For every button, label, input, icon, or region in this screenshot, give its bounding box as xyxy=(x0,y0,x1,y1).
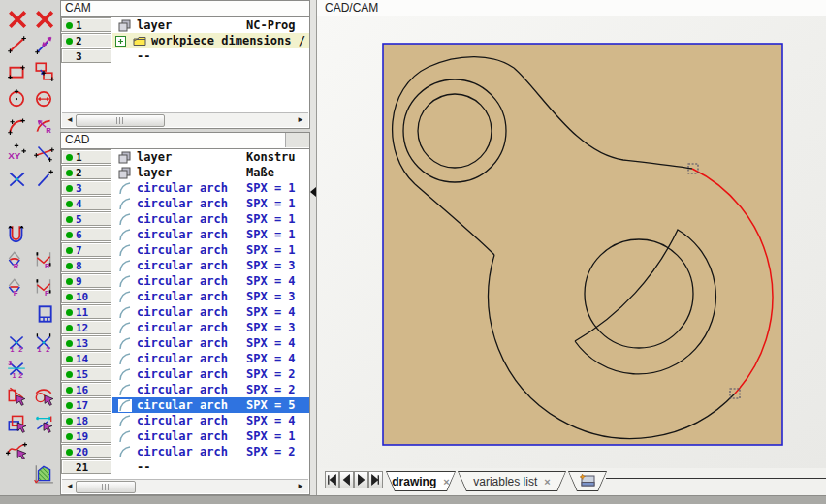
fillet-chamfer-icon[interactable]: F xyxy=(6,276,27,298)
row-content[interactable]: layerMaße xyxy=(112,165,309,180)
table-row[interactable]: 11circular archSPX = 4 xyxy=(61,304,309,320)
tab-nav-next-button[interactable] xyxy=(354,471,368,488)
row-header-cell[interactable]: 20 xyxy=(61,444,111,458)
row-content[interactable]: circular archSPX = 4 xyxy=(112,304,309,320)
row-header-cell[interactable]: 19 xyxy=(61,428,111,443)
row-content[interactable]: circular archSPX = 1 xyxy=(112,180,309,196)
copy-element-icon[interactable] xyxy=(6,412,27,433)
trim-three-icon[interactable]: 312 xyxy=(6,357,27,378)
table-row[interactable]: 20circular archSPX = 2 xyxy=(61,444,309,459)
tangent-line-icon[interactable] xyxy=(33,142,54,163)
table-row[interactable]: 21-- xyxy=(61,459,309,475)
table-row[interactable]: 2layerMaße xyxy=(61,165,309,180)
scroll-right-icon[interactable]: ► xyxy=(295,114,306,126)
row-content[interactable]: workpiece dimensions / xyxy=(112,33,309,48)
circle-icon[interactable] xyxy=(6,87,27,109)
row-content[interactable]: -- xyxy=(112,459,309,475)
select-curve-icon[interactable] xyxy=(6,438,27,459)
row-header-cell[interactable]: 11 xyxy=(61,304,111,319)
fillet-radius-icon[interactable]: R xyxy=(6,249,27,270)
row-content[interactable]: -- xyxy=(112,48,309,64)
trim-extend-icon[interactable]: 12 xyxy=(33,331,54,353)
cam-scroll-thumb[interactable] xyxy=(76,114,165,127)
row-header-cell[interactable]: 2 xyxy=(61,33,111,47)
row-content[interactable]: circular archSPX = 4 xyxy=(112,335,309,351)
table-row[interactable]: 9circular archSPX = 4 xyxy=(61,273,309,289)
line-icon[interactable] xyxy=(6,33,27,54)
point-xy-icon[interactable]: XY xyxy=(6,142,27,163)
table-row[interactable]: 4circular archSPX = 1 xyxy=(61,196,309,211)
row-content[interactable]: circular archSPX = 4 xyxy=(112,273,309,289)
arc-icon[interactable] xyxy=(6,114,27,136)
cad-scroll-thumb[interactable] xyxy=(76,481,136,493)
row-content[interactable]: circular archSPX = 3 xyxy=(112,258,309,273)
row-content[interactable]: circular archSPX = 4 xyxy=(112,351,309,366)
table-row[interactable]: 1layerKonstru xyxy=(61,149,309,165)
table-row[interactable]: 13circular archSPX = 4 xyxy=(61,335,309,351)
table-row[interactable]: 2workpiece dimensions / xyxy=(61,33,309,48)
tab-close-icon[interactable]: × xyxy=(544,477,550,487)
circle-diameter-icon[interactable] xyxy=(33,87,54,109)
row-header-cell[interactable]: 3 xyxy=(61,48,111,63)
tab-close-icon[interactable]: × xyxy=(443,477,449,487)
row-content[interactable]: circular archSPX = 2 xyxy=(112,382,309,397)
row-content[interactable]: circular archSPX = 1 xyxy=(112,227,309,242)
row-header-cell[interactable]: 2 xyxy=(61,165,111,179)
row-content[interactable]: circular archSPX = 3 xyxy=(112,289,309,304)
row-header-cell[interactable]: 14 xyxy=(61,351,111,365)
row-content[interactable]: circular archSPX = 1 xyxy=(112,428,309,444)
trim-two-icon[interactable]: 12 xyxy=(6,331,27,353)
new-view-icon[interactable] xyxy=(579,473,596,489)
row-content[interactable]: circular archSPX = 3 xyxy=(112,320,309,335)
contour-icon[interactable] xyxy=(6,223,27,244)
delete-arc-icon[interactable] xyxy=(33,385,54,406)
drawing-canvas[interactable] xyxy=(317,16,826,468)
corner-chamfer-icon[interactable]: F xyxy=(33,276,54,298)
copy-rectangle-icon[interactable] xyxy=(33,60,54,81)
row-content[interactable]: layerNC-Prog xyxy=(112,17,309,33)
table-row[interactable]: 3circular archSPX = 1 xyxy=(61,180,309,196)
row-content[interactable]: circular archSPX = 1 xyxy=(112,211,309,227)
measure-icon[interactable] xyxy=(33,412,54,433)
segment-icon[interactable] xyxy=(33,168,54,189)
row-content[interactable]: circular archSPX = 2 xyxy=(112,366,309,382)
delete-line-icon[interactable] xyxy=(6,385,27,406)
tab-nav-last-button[interactable] xyxy=(368,471,383,488)
row-header-cell[interactable]: 13 xyxy=(61,335,111,350)
row-header-cell[interactable]: 17 xyxy=(61,397,111,412)
cam-horizontal-scrollbar[interactable]: ◄ ► xyxy=(62,112,308,127)
row-header-cell[interactable]: 10 xyxy=(61,289,111,303)
row-header-cell[interactable]: 18 xyxy=(61,413,111,427)
scroll-left-icon[interactable]: ◄ xyxy=(64,481,76,492)
hatch-area-icon[interactable] xyxy=(33,462,54,484)
arc-radius-icon[interactable]: R xyxy=(33,114,54,136)
row-header-cell[interactable]: 7 xyxy=(61,242,111,257)
row-header-cell[interactable]: 9 xyxy=(61,273,111,288)
workpiece-icon[interactable] xyxy=(33,303,54,325)
table-row[interactable]: 3-- xyxy=(61,48,309,64)
table-row[interactable]: 17circular archSPX = 5 xyxy=(61,397,309,413)
tab-nav-prev-button[interactable] xyxy=(339,471,354,488)
row-content[interactable]: circular archSPX = 1 xyxy=(112,196,309,211)
corner-radius-icon[interactable]: R xyxy=(33,249,54,270)
table-row[interactable]: 12circular archSPX = 3 xyxy=(61,320,309,335)
table-row[interactable]: 10circular archSPX = 3 xyxy=(61,289,309,304)
tab-nav-first-button[interactable] xyxy=(325,471,339,488)
table-row[interactable]: 7circular archSPX = 1 xyxy=(61,242,309,258)
row-content[interactable]: circular archSPX = 2 xyxy=(112,444,309,459)
table-row[interactable]: 1layerNC-Prog xyxy=(61,17,309,33)
row-header-cell[interactable]: 1 xyxy=(61,149,111,164)
table-row[interactable]: 15circular archSPX = 2 xyxy=(61,366,309,382)
row-header-cell[interactable]: 15 xyxy=(61,366,111,381)
rectangle-icon[interactable] xyxy=(6,60,27,81)
delete-element-icon[interactable] xyxy=(33,8,54,29)
row-content[interactable]: circular archSPX = 1 xyxy=(112,242,309,258)
table-row[interactable]: 18circular archSPX = 4 xyxy=(61,413,309,428)
cad-horizontal-scrollbar[interactable]: ◄ ► xyxy=(62,479,308,493)
table-row[interactable]: 6circular archSPX = 1 xyxy=(61,227,309,242)
row-header-cell[interactable]: 3 xyxy=(61,180,111,195)
table-row[interactable]: 14circular archSPX = 4 xyxy=(61,351,309,366)
row-header-cell[interactable]: 16 xyxy=(61,382,111,396)
scroll-left-icon[interactable]: ◄ xyxy=(64,114,76,126)
row-header-cell[interactable]: 6 xyxy=(61,227,111,241)
